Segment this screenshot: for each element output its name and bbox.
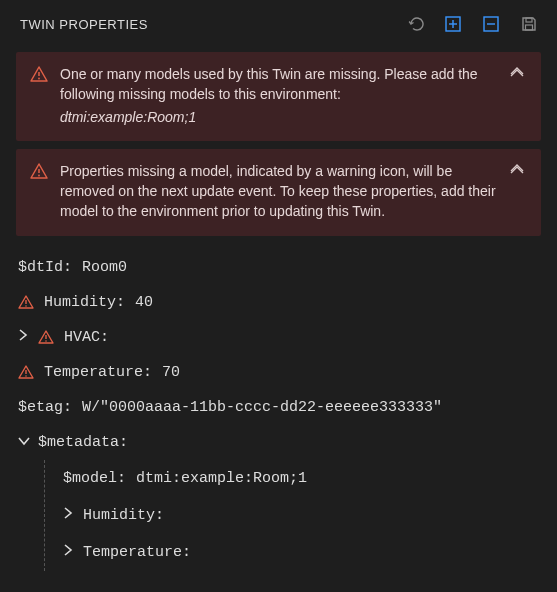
- prop-hvac[interactable]: HVAC:: [18, 320, 539, 355]
- prop-key: Temperature:: [83, 544, 191, 561]
- svg-point-14: [45, 340, 47, 342]
- chevron-right-icon: [18, 329, 28, 346]
- prop-key: HVAC:: [64, 329, 109, 346]
- banner-message: One or many models used by this Twin are…: [60, 66, 478, 102]
- collapse-banner-button[interactable]: [509, 66, 527, 83]
- prop-humidity: Humidity: 40: [18, 285, 539, 320]
- svg-rect-6: [526, 25, 533, 30]
- svg-point-8: [38, 78, 40, 80]
- prop-value: W/"0000aaaa-11bb-cccc-dd22-eeeeee333333": [82, 399, 442, 416]
- chevron-right-icon: [63, 507, 73, 524]
- svg-point-16: [25, 375, 27, 377]
- collapse-banner-button[interactable]: [509, 163, 527, 180]
- prop-key: $metadata:: [38, 434, 128, 451]
- prop-value: dtmi:example:Room;1: [136, 470, 307, 487]
- prop-key: $model:: [63, 470, 126, 487]
- meta-temperature[interactable]: Temperature:: [63, 534, 539, 571]
- prop-key: Temperature:: [44, 364, 152, 381]
- meta-model: $model: dtmi:example:Room;1: [63, 460, 539, 497]
- panel-header: TWIN PROPERTIES: [0, 0, 557, 44]
- svg-point-12: [25, 305, 27, 307]
- metadata-header[interactable]: $metadata:: [18, 425, 539, 460]
- missing-props-banner: Properties missing a model, indicated by…: [16, 149, 541, 236]
- warning-icon: [18, 365, 34, 379]
- undo-icon[interactable]: [405, 14, 425, 34]
- prop-key: $etag:: [18, 399, 72, 416]
- chevron-down-icon: [18, 434, 28, 451]
- svg-point-10: [38, 174, 40, 176]
- metadata-children: $model: dtmi:example:Room;1 Humidity: Te…: [44, 460, 539, 571]
- collapse-all-icon[interactable]: [481, 14, 501, 34]
- prop-key: $dtId:: [18, 259, 72, 276]
- prop-dtid: $dtId: Room0: [18, 250, 539, 285]
- banner-text: Properties missing a model, indicated by…: [60, 161, 497, 222]
- warning-icon: [30, 163, 48, 179]
- banner-text: One or many models used by this Twin are…: [60, 64, 497, 127]
- chevron-right-icon: [63, 544, 73, 561]
- prop-etag: $etag: W/"0000aaaa-11bb-cccc-dd22-eeeeee…: [18, 390, 539, 425]
- header-actions: [405, 14, 539, 34]
- meta-humidity[interactable]: Humidity:: [63, 497, 539, 534]
- warning-icon: [18, 295, 34, 309]
- properties-panel: $dtId: Room0 Humidity: 40 HVAC: Temperat…: [0, 244, 557, 571]
- panel-title: TWIN PROPERTIES: [20, 17, 148, 32]
- prop-metadata: $metadata: $model: dtmi:example:Room;1 H…: [18, 425, 539, 571]
- prop-value: Room0: [82, 259, 127, 276]
- prop-key: Humidity:: [44, 294, 125, 311]
- banner-message: Properties missing a model, indicated by…: [60, 163, 496, 220]
- prop-value: 40: [135, 294, 153, 311]
- missing-models-banner: One or many models used by this Twin are…: [16, 52, 541, 141]
- prop-key: Humidity:: [83, 507, 164, 524]
- banner-detail: dtmi:example:Room;1: [60, 107, 497, 127]
- warning-icon: [38, 330, 54, 344]
- expand-all-icon[interactable]: [443, 14, 463, 34]
- prop-value: 70: [162, 364, 180, 381]
- warning-icon: [30, 66, 48, 82]
- save-icon[interactable]: [519, 14, 539, 34]
- prop-temperature: Temperature: 70: [18, 355, 539, 390]
